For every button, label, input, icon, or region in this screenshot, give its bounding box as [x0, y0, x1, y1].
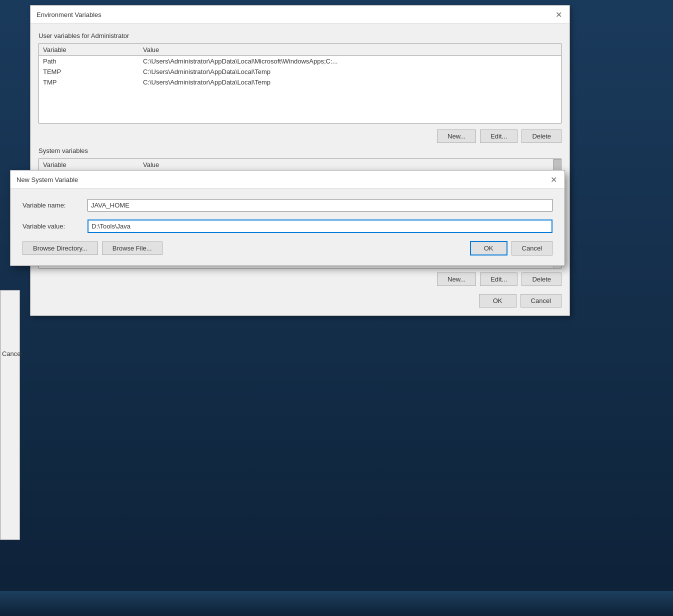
- variable-name-input[interactable]: [88, 199, 552, 212]
- env-dialog-close-button[interactable]: ✕: [554, 10, 564, 20]
- table-row[interactable]: TEMP C:\Users\Administrator\AppData\Loca…: [39, 66, 561, 77]
- browse-file-button[interactable]: Browse File...: [102, 242, 162, 255]
- browse-directory-button[interactable]: Browse Directory...: [22, 242, 98, 255]
- system-delete-button[interactable]: Delete: [522, 272, 562, 286]
- left-panel-stub: [0, 290, 20, 540]
- new-var-dialog-title: New System Variable: [16, 176, 78, 184]
- user-variables-section: User variables for Administrator Variabl…: [38, 32, 562, 143]
- table-row[interactable]: Path C:\Users\Administrator\AppData\Loca…: [39, 56, 561, 66]
- new-var-ok-button[interactable]: OK: [470, 241, 508, 256]
- taskbar: [0, 591, 673, 616]
- system-section-buttons: New... Edit... Delete: [38, 272, 562, 286]
- new-system-variable-dialog: New System Variable ✕ Variable name: Var…: [10, 170, 565, 266]
- new-var-dialog-close-button[interactable]: ✕: [548, 174, 558, 184]
- user-delete-button[interactable]: Delete: [522, 130, 562, 143]
- user-section-buttons: New... Edit... Delete: [38, 130, 562, 143]
- variable-value-row: Variable value:: [22, 220, 552, 233]
- user-new-button[interactable]: New...: [437, 130, 476, 143]
- user-variables-table: Variable Value Path C:\Users\Administrat…: [38, 44, 562, 124]
- system-table-header: Variable Value: [39, 159, 561, 171]
- variable-name-row: Variable name:: [22, 199, 552, 212]
- env-cancel-button[interactable]: Cancel: [520, 294, 562, 308]
- table-row[interactable]: TMP C:\Users\Administrator\AppData\Local…: [39, 77, 561, 88]
- env-variables-dialog: Environment Variables ✕ User variables f…: [30, 5, 570, 316]
- env-dialog-title: Environment Variables: [36, 11, 102, 18]
- env-ok-button[interactable]: OK: [479, 294, 516, 308]
- variable-value-input[interactable]: [88, 220, 552, 233]
- env-dialog-titlebar: Environment Variables ✕: [30, 6, 570, 24]
- variable-value-label: Variable value:: [22, 222, 88, 230]
- user-table-header: Variable Value: [39, 44, 561, 56]
- user-section-label: User variables for Administrator: [38, 32, 562, 40]
- system-edit-button[interactable]: Edit...: [480, 272, 518, 286]
- new-var-cancel-button[interactable]: Cancel: [512, 241, 552, 256]
- sys-col-value: Value: [143, 161, 159, 168]
- user-col-value: Value: [143, 46, 159, 54]
- new-var-action-buttons: Browse Directory... Browse File... OK Ca…: [22, 241, 552, 256]
- cancel-label-bg: Cancel: [2, 350, 22, 358]
- variable-name-label: Variable name:: [22, 202, 88, 209]
- env-dialog-bottom-buttons: OK Cancel: [38, 294, 562, 308]
- system-section-label: System variables: [38, 147, 562, 154]
- user-edit-button[interactable]: Edit...: [480, 130, 518, 143]
- system-new-button[interactable]: New...: [437, 272, 476, 286]
- new-var-dialog-titlebar: New System Variable ✕: [10, 170, 564, 189]
- user-col-variable: Variable: [43, 46, 143, 54]
- sys-col-variable: Variable: [43, 161, 143, 168]
